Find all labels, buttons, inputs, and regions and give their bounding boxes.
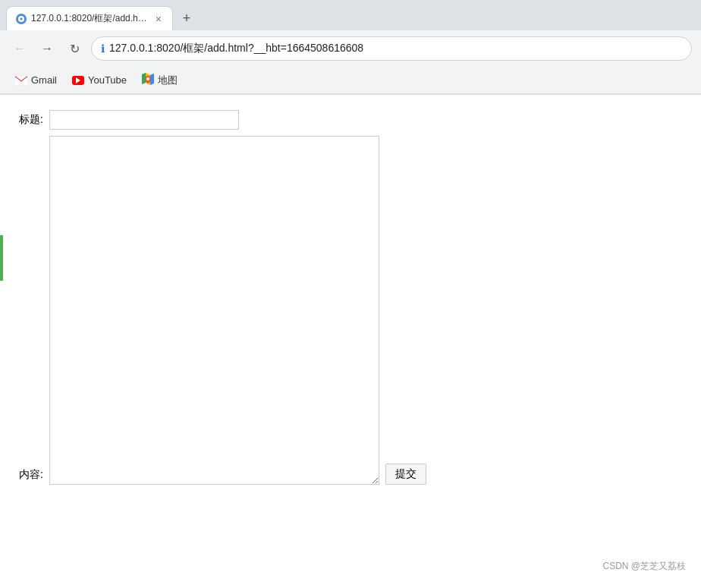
info-icon: ℹ	[101, 42, 105, 55]
content-row: 内容: 提交	[15, 136, 686, 485]
bookmark-youtube[interactable]: YouTube	[66, 71, 133, 89]
left-accent-bar	[0, 235, 3, 281]
forward-icon: →	[41, 42, 53, 55]
content-textarea[interactable]	[49, 136, 379, 485]
gmail-label: Gmail	[31, 74, 57, 86]
tab-title: 127.0.0.1:8020/框架/add.html?…	[31, 12, 149, 25]
gmail-icon	[15, 74, 27, 86]
tab-favicon	[16, 14, 27, 24]
maps-label: 地图	[158, 74, 178, 87]
browser-chrome: 127.0.0.1:8020/框架/add.html?… × + ← → ↻ ℹ…	[0, 0, 701, 95]
title-label: 标题:	[15, 110, 49, 127]
youtube-icon	[72, 76, 84, 85]
refresh-button[interactable]: ↻	[64, 38, 85, 59]
tab-close-button[interactable]: ×	[154, 13, 163, 25]
page-content: 标题: 内容: 提交	[0, 95, 701, 500]
content-label: 内容:	[15, 468, 49, 485]
address-bar-row: ← → ↻ ℹ 127.0.0.1:8020/框架/add.html?__hbt…	[0, 30, 701, 67]
address-text: 127.0.0.1:8020/框架/add.html?__hbt=1664508…	[109, 42, 363, 55]
back-button[interactable]: ←	[9, 38, 30, 59]
submit-button[interactable]: 提交	[385, 464, 426, 485]
bookmark-maps[interactable]: 地图	[136, 70, 184, 90]
bookmark-gmail[interactable]: Gmail	[9, 71, 63, 90]
title-input[interactable]	[49, 110, 239, 130]
maps-icon	[142, 73, 154, 87]
forward-button[interactable]: →	[36, 38, 58, 59]
tab-bar: 127.0.0.1:8020/框架/add.html?… × +	[0, 0, 701, 30]
youtube-label: YouTube	[88, 74, 127, 86]
active-tab[interactable]: 127.0.0.1:8020/框架/add.html?… ×	[6, 6, 173, 30]
bookmarks-bar: Gmail YouTube 地	[0, 67, 701, 94]
back-icon: ←	[14, 42, 26, 55]
title-row: 标题:	[15, 110, 686, 130]
address-bar[interactable]: ℹ 127.0.0.1:8020/框架/add.html?__hbt=16645…	[91, 36, 692, 61]
svg-point-6	[146, 77, 149, 80]
new-tab-button[interactable]: +	[176, 8, 197, 29]
refresh-icon: ↻	[70, 42, 80, 56]
